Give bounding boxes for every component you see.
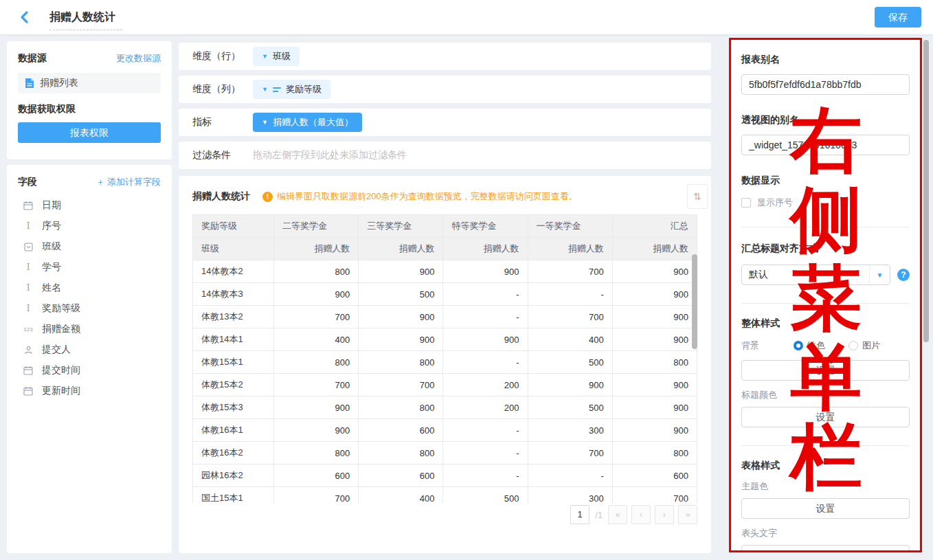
table-cell: 600	[359, 464, 443, 487]
bg-image-option-label: 图片	[862, 339, 880, 352]
last-page-button[interactable]: »	[678, 505, 697, 524]
table-row: 体教15本3900800200500900	[193, 396, 697, 419]
field-label: 提交人	[42, 344, 71, 356]
help-icon[interactable]: ?	[897, 269, 910, 281]
title-color-set-button[interactable]: 设置	[741, 407, 910, 427]
next-page-button[interactable]: ›	[655, 505, 674, 524]
field-item[interactable]: I姓名	[18, 278, 161, 298]
table-cell: 900	[359, 260, 443, 283]
settings-scrollbar[interactable]	[923, 40, 929, 342]
row-dimension-tag[interactable]: ▼ 班级	[253, 47, 300, 66]
person-icon	[22, 346, 34, 355]
theme-color-set-button[interactable]: 设置	[741, 498, 910, 519]
table-cell: 800	[359, 442, 443, 464]
field-item[interactable]: 123捐赠金额	[18, 319, 161, 339]
field-item[interactable]: 更新时间	[18, 381, 161, 401]
table-subheader-cell: 捐赠人数	[612, 238, 697, 260]
field-item[interactable]: 班级	[18, 236, 161, 257]
filter-row[interactable]: 过滤条件 拖动左侧字段到此处来添加过滤条件	[179, 142, 711, 169]
table-cell: 国土15本1	[193, 487, 274, 504]
table-cell: 400	[274, 328, 359, 351]
report-alias-label: 报表别名	[741, 54, 910, 66]
number-icon: 123	[22, 326, 34, 333]
table-cell: 700	[359, 374, 443, 396]
header-text-set-button[interactable]: 设置	[741, 545, 910, 552]
field-item[interactable]: 提交时间	[18, 360, 161, 381]
overall-style-label: 整体样式	[741, 317, 910, 330]
settings-panel: 报表别名 透视图的别名 数据显示 显示序号 汇总标题对齐方式 默认 ▼ ? 整体…	[732, 40, 919, 552]
preview-panel: 捐赠人数统计 ! 编辑界面只取数据源前200条作为查询数据预览，完整数据请访问页…	[179, 176, 711, 553]
metric-tag[interactable]: ▼ 捐赠人数（最大值）	[253, 113, 362, 132]
table-cell: 900	[359, 328, 443, 351]
table-subheader-cell: 捐赠人数	[274, 238, 359, 260]
table-cell: 900	[528, 374, 612, 396]
fields-title: 字段	[18, 176, 37, 188]
back-icon[interactable]	[18, 10, 32, 24]
field-item[interactable]: I序号	[18, 216, 161, 236]
table-header-cell: 汇总	[612, 215, 697, 238]
select-icon	[22, 243, 34, 251]
table-row: 国土15本1700400500300700	[193, 487, 697, 504]
prev-page-button[interactable]: ‹	[631, 505, 651, 524]
datasource-title: 数据源	[18, 52, 47, 65]
datasource-item[interactable]: 捐赠列表	[18, 73, 161, 93]
field-label: 提交时间	[42, 364, 80, 377]
table-cell: 200	[443, 396, 528, 419]
table-cell: -	[443, 351, 528, 374]
show-index-checkbox[interactable]	[741, 198, 751, 208]
col-dimension-tag[interactable]: ▼ 奖励等级	[253, 80, 330, 99]
table-style-label: 表格样式	[741, 460, 910, 472]
report-permission-button[interactable]: 报表权限	[18, 122, 161, 143]
field-label: 日期	[42, 199, 61, 212]
table-cell: -	[443, 464, 528, 487]
bg-color-option-label: 纯色	[807, 339, 825, 352]
table-subheader-cell: 捐赠人数	[443, 238, 528, 260]
divider	[741, 303, 910, 304]
table-cell: 800	[274, 442, 359, 464]
col-dimension-tag-label: 奖励等级	[286, 83, 322, 96]
save-button[interactable]: 保存	[875, 7, 921, 27]
document-icon	[25, 78, 34, 89]
field-item[interactable]: 日期	[18, 195, 161, 216]
field-item[interactable]: 提交人	[18, 339, 161, 360]
add-calc-field-link[interactable]: ＋ 添加计算字段	[95, 176, 161, 188]
caret-down-icon: ▼	[262, 53, 268, 60]
table-scrollbar[interactable]	[692, 254, 697, 349]
summary-align-select[interactable]: 默认 ▼	[741, 265, 890, 285]
bg-image-option[interactable]: 图片	[848, 339, 880, 352]
table-cell: -	[443, 419, 528, 442]
bg-color-option[interactable]: 纯色	[794, 339, 825, 352]
sort-toggle-button[interactable]: ⇅	[687, 184, 708, 209]
caret-down-icon: ▼	[262, 86, 268, 93]
table-cell: -	[443, 306, 528, 328]
change-datasource-link[interactable]: 更改数据源	[116, 52, 161, 65]
table-row: 14体教本3900500--900	[193, 283, 697, 306]
filter-placeholder: 拖动左侧字段到此处来添加过滤条件	[253, 149, 407, 161]
divider	[741, 227, 910, 227]
pivot-table: 奖励等级二等奖学金三等奖学金特等奖学金一等奖学金汇总班级捐赠人数捐赠人数捐赠人数…	[192, 214, 697, 503]
table-cell: -	[528, 464, 612, 487]
field-item[interactable]: I奖励等级	[18, 298, 161, 319]
table-header-cell: 特等奖学金	[443, 215, 528, 238]
current-page-box[interactable]: 1	[570, 505, 589, 524]
background-set-button[interactable]: 设置	[741, 360, 910, 381]
table-cell: 300	[528, 487, 612, 504]
preview-warning-text: 编辑界面只取数据源前200条作为查询数据预览，完整数据请访问页面查看。	[277, 190, 578, 203]
table-cell: 800	[359, 396, 443, 419]
field-label: 班级	[42, 240, 61, 253]
table-subheader-cell: 捐赠人数	[359, 238, 443, 260]
table-cell: 700	[528, 306, 612, 328]
table-row: 14体教本2800900900700900	[193, 260, 697, 283]
widget-alias-input[interactable]	[741, 135, 910, 155]
table-cell: 500	[359, 283, 443, 306]
field-item[interactable]: I学号	[18, 257, 161, 278]
caret-down-icon: ▼	[869, 265, 890, 284]
first-page-button[interactable]: «	[608, 505, 627, 524]
metric-row: 指标 ▼ 捐赠人数（最大值）	[179, 109, 711, 136]
table-cell: 400	[528, 328, 612, 351]
data-display-label: 数据显示	[741, 175, 910, 187]
report-alias-input[interactable]	[741, 74, 910, 95]
top-bar: 捐赠人数统计 保存	[0, 0, 933, 34]
datasource-name: 捐赠列表	[40, 77, 78, 89]
pager-buttons: «‹›»	[608, 505, 697, 524]
